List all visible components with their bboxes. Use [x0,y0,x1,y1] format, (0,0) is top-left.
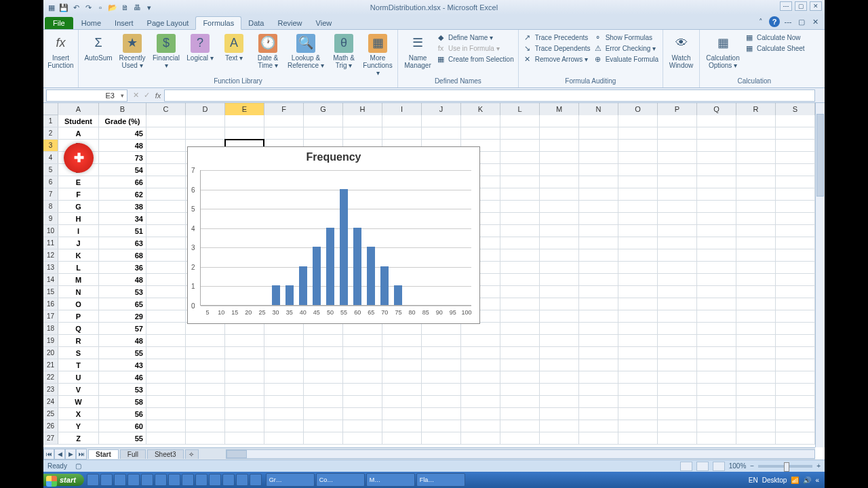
row-2[interactable]: 2A45 [43,127,815,140]
cell-A5[interactable]: D [58,164,99,176]
cell-H19[interactable] [343,335,382,346]
cell-R17[interactable] [736,310,776,322]
cell-C5[interactable] [146,164,186,176]
row-header-15[interactable]: 15 [43,286,58,298]
cell-M8[interactable] [540,201,579,212]
quick-launch-icon[interactable] [87,474,99,486]
cell-N26[interactable] [579,420,618,432]
cell-P11[interactable] [658,237,697,249]
cell-A2[interactable]: A [58,127,99,139]
chart-bar[interactable] [272,285,280,305]
cell-C6[interactable] [146,176,186,188]
cell-N27[interactable] [579,432,618,444]
cell-R12[interactable] [736,249,776,261]
row-header-24[interactable]: 24 [43,396,58,407]
cell-J23[interactable] [422,384,461,395]
cell-H25[interactable] [343,408,382,420]
cell-O6[interactable] [618,176,658,188]
row-header-2[interactable]: 2 [43,127,58,139]
row-header-11[interactable]: 11 [43,237,58,249]
use-in-formula-button[interactable]: fxUse in Formula ▾ [436,43,514,53]
row-1[interactable]: 1StudentGrade (%) [43,115,815,127]
cell-L2[interactable] [500,127,540,139]
cell-O10[interactable] [618,225,658,237]
row-header-26[interactable]: 26 [43,420,58,432]
cell-A14[interactable]: M [58,274,99,285]
cell-P18[interactable] [658,323,697,334]
col-header-H[interactable]: H [343,103,382,115]
workbook-restore-icon[interactable]: ▢ [796,16,807,27]
print-preview-icon[interactable]: 🗎 [119,2,130,13]
cell-Q27[interactable] [697,432,736,444]
cell-Q5[interactable] [697,164,736,176]
help-icon[interactable]: ? [769,16,780,27]
cell-P12[interactable] [658,249,697,261]
cell-S1[interactable] [776,115,815,127]
cell-D22[interactable] [186,371,225,383]
cell-C20[interactable] [146,347,186,359]
remove-arrows-button[interactable]: ✕Remove Arrows ▾ [523,54,591,64]
cell-S27[interactable] [776,432,815,444]
cell-M22[interactable] [540,371,579,383]
cell-N18[interactable] [579,323,618,334]
cell-C13[interactable] [146,262,186,273]
cell-N19[interactable] [579,335,618,346]
cell-B4[interactable]: 73 [99,152,146,163]
cell-O23[interactable] [618,384,658,395]
cell-R26[interactable] [736,420,776,432]
cell-I26[interactable] [382,420,422,432]
quick-launch-icon[interactable] [236,474,248,486]
row-header-18[interactable]: 18 [43,323,58,334]
row-header-21[interactable]: 21 [43,359,58,371]
tray-desktop[interactable]: Desktop [762,476,787,484]
cell-G18[interactable] [304,323,343,334]
col-header-O[interactable]: O [618,103,658,115]
cell-N16[interactable] [579,298,618,310]
row-21[interactable]: 21T43 [43,359,815,371]
row-header-12[interactable]: 12 [43,249,58,261]
column-headers[interactable]: ABCDEFGHIJKLMNOPQRS [43,103,815,115]
cell-O15[interactable] [618,286,658,298]
row-header-13[interactable]: 13 [43,262,58,273]
cell-C17[interactable] [146,310,186,322]
cell-F23[interactable] [264,384,304,395]
quick-launch-icon[interactable] [127,474,140,486]
cell-L15[interactable] [500,286,540,298]
cell-D25[interactable] [186,408,225,420]
cell-M16[interactable] [540,298,579,310]
cell-Q25[interactable] [697,408,736,420]
cell-D19[interactable] [186,335,225,346]
cell-L27[interactable] [500,432,540,444]
col-header-K[interactable]: K [461,103,500,115]
cell-L1[interactable] [500,115,540,127]
sheet-tab-start[interactable]: Start [88,449,119,459]
cell-G26[interactable] [304,420,343,432]
cell-R21[interactable] [736,359,776,371]
cell-G23[interactable] [304,384,343,395]
cell-Q11[interactable] [697,237,736,249]
cell-D21[interactable] [186,359,225,371]
cell-L14[interactable] [500,274,540,285]
cell-E18[interactable] [225,323,264,334]
cell-K24[interactable] [461,396,500,407]
calculate-now-button[interactable]: ▦Calculate Now [745,33,805,42]
cell-C14[interactable] [146,274,186,285]
cell-O5[interactable] [618,164,658,176]
cell-N9[interactable] [579,213,618,224]
col-header-M[interactable]: M [540,103,579,115]
cell-E2[interactable] [225,127,264,139]
cell-O26[interactable] [618,420,658,432]
cell-G24[interactable] [304,396,343,407]
cell-K22[interactable] [461,371,500,383]
quick-launch-icon[interactable] [141,474,153,486]
cell-A17[interactable]: P [58,310,99,322]
quick-launch-icon[interactable] [195,474,208,486]
cell-I2[interactable] [382,127,422,139]
cell-H18[interactable] [343,323,382,334]
cell-R10[interactable] [736,225,776,237]
new-sheet-button[interactable]: ✧ [185,449,199,459]
col-header-C[interactable]: C [146,103,186,115]
sheet-tab-full[interactable]: Full [120,449,146,459]
cell-N11[interactable] [579,237,618,249]
cell-A26[interactable]: Y [58,420,99,432]
